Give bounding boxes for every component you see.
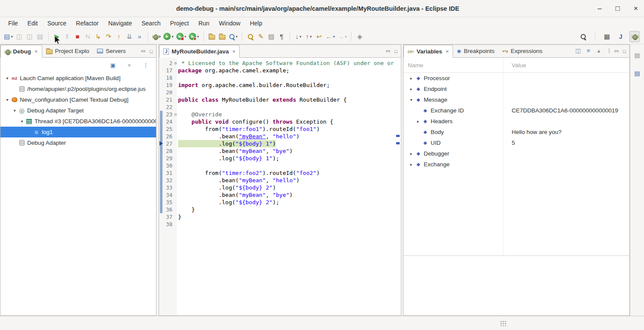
code-line-33[interactable]: 33 .log("${body} 2") [159,184,401,191]
menu-run[interactable]: Run [194,19,214,28]
code-line-26[interactable]: 26 .bean("myBean", "hello") [159,133,401,140]
code-line-28[interactable]: 28 .bean("myBean", "bye") [159,147,401,155]
previous-annotation-dropdown-icon[interactable]: ▾ [310,34,312,39]
view-menu-button[interactable]: ⋮ [604,45,614,56]
minimize-view-icon[interactable]: ▭ [614,48,619,54]
tree-item-thread-3-ce7ddba306d[interactable]: ▾Thread #3 [CE7DDBA306DC1A6-000000000000 [0,116,156,127]
suspend-button[interactable]: ‖ [62,31,72,42]
close-tab-icon[interactable]: × [232,48,236,55]
new-wizard-button[interactable]: ▤▾ [3,31,14,42]
tab-myroutebuilder-java[interactable]: JMyRouteBuilder.java× [159,45,240,58]
search-flashlight-button[interactable]: ▾ [228,31,239,42]
code-line-35[interactable]: 35 .log("${body} 2"); [159,199,401,206]
coverage-dropdown-icon[interactable]: ▾ [184,34,187,39]
code-line-30[interactable]: 30 [159,162,401,169]
maximize-view-icon[interactable]: □ [623,49,626,54]
expand-arrow-icon[interactable]: ▸ [408,162,415,167]
show-whitespace-button[interactable]: ¶ [276,31,287,42]
menu-file[interactable]: File [3,19,23,28]
search-button[interactable] [578,31,588,42]
tab-project-explo[interactable]: Project Explo [42,45,94,57]
close-button[interactable]: × [631,4,641,13]
last-edit-location-button[interactable]: ↩ [314,31,324,42]
back-dropdown-icon[interactable]: ▾ [333,34,335,39]
code-line-2[interactable]: 2⊕ * Licensed to the Apache Software Fou… [159,59,401,67]
overview-ruler-mark[interactable] [396,135,400,137]
code-line-34[interactable]: 34 .bean("myBean", "bye") [159,191,401,199]
tree-item-debug-adapter-target[interactable]: ▾◎Debug Adapter Target [0,105,156,116]
menu-project[interactable]: Project [166,19,194,28]
code-line-27[interactable]: 27 .log("${body} 1") [159,140,401,147]
variable-row-endpoint[interactable]: ▸◆Endpoint [403,84,629,94]
code-line-36[interactable]: 36 } [159,206,401,213]
code-line-37[interactable]: 37} [159,213,401,221]
variable-row-message[interactable]: ▾◆Message [403,94,629,105]
forward-dropdown-icon[interactable]: ▾ [345,34,347,39]
search-flashlight-dropdown-icon[interactable]: ▾ [236,34,238,39]
variable-row-processor[interactable]: ▸◆Processor [403,73,629,84]
menu-navigate[interactable]: Navigate [103,19,137,28]
coverage-button[interactable]: ▶▾ [175,31,188,42]
open-task-folder-button[interactable] [207,31,217,42]
tree-item-log1[interactable]: ≡log1 [0,127,156,137]
collapse-arrow-icon[interactable]: ▾ [4,97,11,102]
expand-arrow-icon[interactable]: ▸ [408,151,415,156]
close-tab-icon[interactable]: × [34,48,38,55]
code-line-20[interactable]: 20 [159,89,401,96]
save-all-button[interactable]: ◫ [25,31,35,42]
show-type-names-button[interactable]: ◫ [573,45,583,56]
restore-views-button[interactable]: ▤ [632,50,642,61]
tab-variables[interactable]: (x)=Variables× [403,45,453,58]
expand-arrow-icon[interactable]: ▸ [408,76,415,81]
run-dropdown-icon[interactable]: ▾ [172,34,174,39]
minimize-view-icon[interactable]: ▭ [141,48,145,54]
disconnect-button[interactable]: N [83,31,93,42]
code-line-32[interactable]: 32 .bean("myBean", "hello") [159,177,401,184]
collapse-arrow-icon[interactable]: ▾ [11,108,18,113]
code-line-31[interactable]: 31 from("timer:foo2").routeId("foo2") [159,169,401,177]
menu-edit[interactable]: Edit [23,19,43,28]
code-line-17[interactable]: 17package org.apache.camel.example; [159,67,401,74]
key-button[interactable] [245,31,256,42]
step-filters-button[interactable]: » [134,31,145,42]
overview-ruler-mark[interactable] [396,142,400,144]
close-tab-icon[interactable]: × [446,48,449,55]
sash-grip[interactable] [500,321,507,326]
fold-collapse-icon[interactable]: ⊖ [173,111,178,118]
previous-annotation-button[interactable]: ↑▾ [303,31,314,42]
expand-arrow-icon[interactable]: ▸ [408,87,415,91]
code-line-25[interactable]: 25 from("timer:foo1").routeId("foo1") [159,125,401,133]
forward-button[interactable]: →▾ [336,31,348,42]
step-into-button[interactable]: ↳ [93,31,103,42]
remove-terminated-button[interactable]: × [124,60,134,71]
new-wizard-dropdown-icon[interactable]: ▾ [11,34,13,39]
code-line-21[interactable]: 21public class MyRouteBuilder extends Ro… [159,96,401,103]
collapse-arrow-icon[interactable]: ▾ [408,97,415,102]
variable-row-exchange[interactable]: ▸◆Exchange [403,159,629,170]
expand-arrow-icon[interactable]: ▸ [415,119,422,124]
tab-debug[interactable]: Debug× [0,45,42,58]
tree-item-home-apupier-p2-pool[interactable]: /home/apupier/.p2/pool/plugins/org.eclip… [0,84,156,94]
code-line-19[interactable]: 19import org.apache.camel.builder.RouteB… [159,81,401,89]
maximize-view-icon[interactable]: □ [394,49,397,54]
tab-servers[interactable]: Servers [93,45,130,57]
menu-help[interactable]: Help [245,19,267,28]
save-button[interactable]: ◫ [14,31,25,42]
variable-row-uid[interactable]: ◆UID5 [403,137,629,148]
code-line-18[interactable]: 18 [159,74,401,81]
maximize-button[interactable]: □ [613,4,622,13]
code-line-22[interactable]: 22 [159,103,401,111]
menu-window[interactable]: Window [214,19,245,28]
tab-breakpoints[interactable]: ◉Breakpoints [453,45,498,57]
externalize-strings-button[interactable]: ▨ [266,31,276,42]
name-column-header[interactable]: Name [408,58,423,73]
code-line-29[interactable]: 29 .log("${body} 1"); [159,155,401,162]
mark-occurrences-button[interactable]: ✎ [256,31,266,42]
step-over-button[interactable]: ↷ [103,31,114,42]
drop-to-frame-button[interactable]: ⇊ [124,31,134,42]
variables-detail-pane[interactable] [403,256,629,315]
tree-item-debug-adapter[interactable]: Debug Adapter [0,137,156,148]
debug-dropdown-icon[interactable]: ▾ [159,34,161,39]
minimize-button[interactable]: – [595,4,604,13]
tab-expressions[interactable]: x+yExpressions [498,45,546,57]
